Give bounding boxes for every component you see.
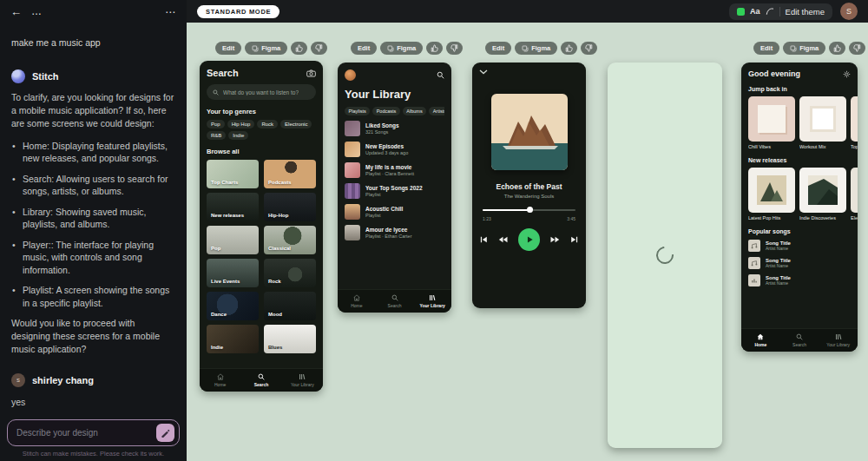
rewind-button[interactable] bbox=[497, 235, 509, 244]
figma-button[interactable]: Figma bbox=[380, 42, 423, 55]
genre-chip[interactable]: Rock bbox=[257, 120, 278, 128]
chevron-down-icon[interactable] bbox=[479, 69, 579, 75]
chat-sidebar: ← … ⋯ make me a music app Stitch To clar… bbox=[0, 0, 187, 461]
genre-chip[interactable]: Indie bbox=[228, 131, 248, 140]
thumbs-down-button[interactable] bbox=[581, 42, 597, 55]
category-card[interactable]: Blues bbox=[264, 325, 316, 353]
library-item[interactable]: Your Top Songs 2022Playlist bbox=[345, 183, 444, 199]
library-item[interactable]: Acoustic ChillPlaylist bbox=[345, 204, 444, 220]
edit-theme-button[interactable]: Aa Edit theme bbox=[729, 3, 832, 20]
greeting-title: Good evening bbox=[748, 69, 800, 78]
edit-button[interactable]: Edit bbox=[485, 42, 511, 55]
library-item[interactable]: New EpisodesUpdated 3 days ago bbox=[345, 142, 444, 157]
play-button[interactable] bbox=[518, 228, 540, 251]
nav-library[interactable]: Your Library bbox=[282, 373, 323, 387]
category-card[interactable]: Rock bbox=[264, 259, 316, 287]
thumbs-down-button[interactable] bbox=[311, 42, 327, 55]
screen-title: Search bbox=[207, 68, 239, 78]
camera-icon[interactable] bbox=[306, 69, 316, 77]
edit-button[interactable]: Edit bbox=[753, 42, 779, 55]
back-icon[interactable]: ← bbox=[10, 6, 22, 17]
nav-search[interactable]: Search bbox=[240, 373, 281, 387]
song-art bbox=[748, 257, 760, 269]
library-screen: Your Library Playlists Podcasts Albums A… bbox=[338, 63, 451, 313]
category-card[interactable]: New releases bbox=[207, 193, 259, 221]
song-row[interactable]: Song TitleArtist Name bbox=[748, 240, 858, 252]
skip-previous-button[interactable] bbox=[479, 235, 488, 244]
song-row[interactable]: Song TitleArtist Name bbox=[748, 257, 858, 269]
search-icon[interactable] bbox=[437, 71, 444, 79]
thumbs-down-button[interactable] bbox=[446, 42, 463, 55]
category-card[interactable]: Top Charts bbox=[207, 160, 259, 188]
category-card[interactable]: Mood bbox=[264, 292, 316, 320]
nav-home[interactable]: Home bbox=[200, 373, 240, 387]
progress-bar[interactable] bbox=[483, 207, 575, 214]
genre-chip[interactable]: R&B bbox=[207, 131, 226, 140]
category-card[interactable]: Live Events bbox=[207, 259, 259, 287]
thumbs-down-button[interactable] bbox=[849, 42, 865, 55]
screen-title: Your Library bbox=[345, 88, 444, 101]
album-card[interactable]: Electronic bbox=[851, 168, 858, 221]
item-art bbox=[345, 142, 360, 157]
player-screen: Echoes of the Past The Wandering Souls 1… bbox=[472, 63, 586, 308]
category-card[interactable]: Dance bbox=[207, 292, 259, 320]
search-input[interactable]: What do you want to listen to? bbox=[207, 84, 316, 100]
nav-home[interactable]: Home bbox=[338, 294, 376, 308]
filter-chip[interactable]: Podcasts bbox=[372, 107, 400, 115]
song-row[interactable]: Song TitleArtist Name bbox=[748, 274, 858, 286]
skip-next-button[interactable] bbox=[570, 235, 579, 244]
nav-search[interactable]: Search bbox=[376, 294, 414, 308]
thumbs-up-button[interactable] bbox=[829, 42, 845, 55]
transport-controls bbox=[479, 228, 579, 251]
library-item[interactable]: Amour de lyceePlaylist · Ethan Carter bbox=[345, 225, 444, 240]
playlist-card[interactable]: Workout Mix bbox=[799, 96, 846, 149]
overflow-menu-icon[interactable]: ⋯ bbox=[165, 6, 176, 18]
copy-icon bbox=[790, 45, 797, 52]
home-icon bbox=[217, 373, 224, 380]
figma-button[interactable]: Figma bbox=[783, 42, 825, 55]
category-card[interactable]: Podcasts bbox=[264, 160, 316, 188]
copy-icon bbox=[387, 45, 394, 52]
library-item[interactable]: Liked Songs321 Songs bbox=[345, 121, 444, 136]
filter-chip[interactable]: Artists bbox=[429, 107, 444, 115]
album-card[interactable]: Latest Pop Hits bbox=[748, 168, 795, 221]
nav-search[interactable]: Search bbox=[780, 333, 819, 347]
category-card[interactable]: Hip-Hop bbox=[264, 193, 316, 221]
nav-home[interactable]: Home bbox=[741, 333, 780, 347]
assistant-name: Stitch bbox=[32, 71, 59, 82]
filter-chip[interactable]: Playlists bbox=[345, 107, 370, 115]
thumbs-up-button[interactable] bbox=[291, 42, 307, 55]
edit-button[interactable]: Edit bbox=[215, 42, 241, 55]
nav-library[interactable]: Your Library bbox=[413, 294, 451, 308]
category-card[interactable]: Classical bbox=[264, 226, 316, 254]
filter-chip[interactable]: Albums bbox=[403, 107, 426, 115]
figma-button[interactable]: Figma bbox=[245, 42, 287, 55]
nav-library[interactable]: Your Library bbox=[819, 333, 858, 347]
thumbs-up-button[interactable] bbox=[561, 42, 577, 55]
prompt-input[interactable] bbox=[16, 428, 151, 438]
send-button[interactable] bbox=[156, 424, 174, 442]
profile-avatar[interactable] bbox=[345, 69, 356, 81]
thumbs-up-button[interactable] bbox=[426, 42, 443, 55]
assistant-message: To clarify, are you looking for designs … bbox=[11, 91, 175, 130]
home-screen: Good evening Jump back in Chill Vibes Wo… bbox=[741, 63, 858, 352]
category-card[interactable]: Indie bbox=[207, 325, 259, 353]
genre-chip[interactable]: Pop bbox=[207, 120, 225, 128]
user-name: shirley chang bbox=[32, 375, 94, 385]
genre-chip[interactable]: Electronic bbox=[280, 120, 312, 128]
playlist-card[interactable]: Top Hits bbox=[851, 96, 858, 149]
account-avatar[interactable]: S bbox=[840, 3, 858, 20]
search-icon bbox=[796, 333, 803, 340]
progress-knob[interactable] bbox=[527, 207, 533, 213]
category-card[interactable]: Pop bbox=[207, 226, 259, 254]
genre-chip[interactable]: Hip Hop bbox=[227, 120, 255, 128]
gear-icon[interactable] bbox=[843, 70, 851, 78]
playlist-card[interactable]: Chill Vibes bbox=[748, 96, 795, 149]
album-card[interactable]: Indie Discoveries bbox=[799, 168, 846, 221]
library-item[interactable]: My life is a moviePlaylist · Clara Benne… bbox=[345, 162, 444, 178]
copy-icon bbox=[252, 45, 259, 52]
forward-button[interactable] bbox=[549, 235, 561, 244]
edit-button[interactable]: Edit bbox=[351, 42, 377, 55]
standard-mode-badge[interactable]: STANDARD MODE bbox=[197, 5, 279, 18]
figma-button[interactable]: Figma bbox=[515, 42, 557, 55]
